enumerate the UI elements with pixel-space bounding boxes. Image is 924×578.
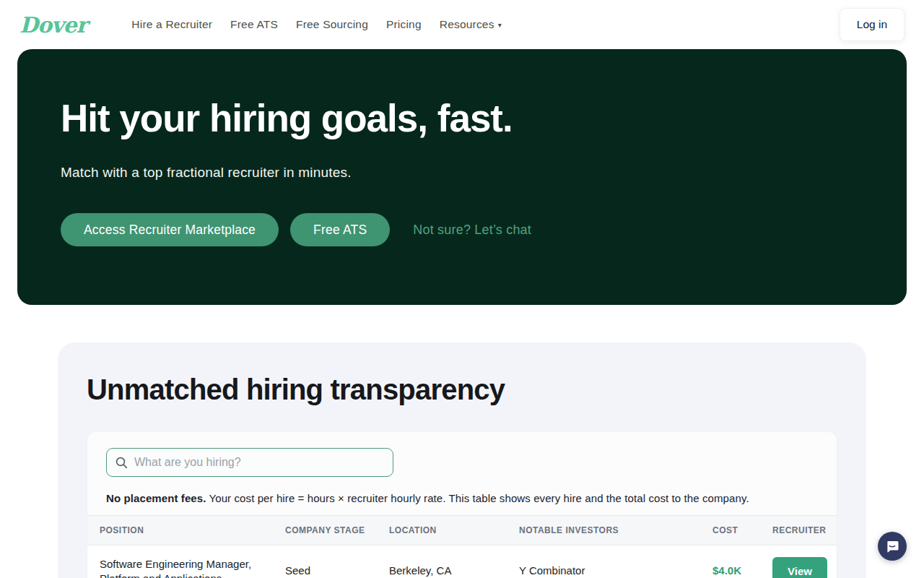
col-location: LOCATION <box>389 525 519 535</box>
table-header-row: POSITION COMPANY STAGE LOCATION NOTABLE … <box>87 515 837 545</box>
view-button[interactable]: View <box>772 557 827 578</box>
hero-section: Hit your hiring goals, fast. Match with … <box>17 49 907 305</box>
login-button[interactable]: Log in <box>840 8 905 41</box>
nav-item-pricing[interactable]: Pricing <box>386 18 422 31</box>
nav-links: Hire a Recruiter Free ATS Free Sourcing … <box>131 18 502 31</box>
table-row: Software Engineering Manager, Platform a… <box>87 545 837 578</box>
transparency-heading: Unmatched hiring transparency <box>87 374 837 406</box>
nav-item-resources-label: Resources <box>440 18 494 30</box>
transparency-section: Unmatched hiring transparency No placeme… <box>58 342 866 578</box>
cell-cost: $4.0K <box>712 557 772 578</box>
access-recruiter-marketplace-button[interactable]: Access Recruiter Marketplace <box>61 213 279 246</box>
nav-item-resources[interactable]: Resources▾ <box>440 18 502 31</box>
hiring-table-card: No placement fees. Your cost per hire = … <box>87 431 837 578</box>
hires-table: POSITION COMPANY STAGE LOCATION NOTABLE … <box>87 515 837 578</box>
note-bold: No placement fees. <box>106 492 206 504</box>
search-input[interactable] <box>134 456 384 469</box>
nav-item-free-ats[interactable]: Free ATS <box>230 18 278 31</box>
col-recruiter: RECRUITER <box>772 525 827 535</box>
cell-recruiter: View <box>772 557 827 578</box>
col-cost: COST <box>712 525 772 535</box>
cell-location: Berkeley, CA <box>389 557 519 578</box>
col-position: POSITION <box>100 525 285 535</box>
search-icon <box>116 457 128 469</box>
hiring-search-box <box>106 448 393 477</box>
top-navigation: Dover Hire a Recruiter Free ATS Free Sou… <box>0 0 924 49</box>
free-ats-button[interactable]: Free ATS <box>290 213 390 246</box>
hero-cta-row: Access Recruiter Marketplace Free ATS No… <box>61 213 863 246</box>
note-rest: Your cost per hire = hours × recruiter h… <box>206 492 749 504</box>
caret-down-icon: ▾ <box>498 21 502 29</box>
lets-chat-link[interactable]: Not sure? Let’s chat <box>413 223 531 238</box>
nav-item-hire-a-recruiter[interactable]: Hire a Recruiter <box>131 18 212 31</box>
col-notable-investors: NOTABLE INVESTORS <box>519 525 712 535</box>
cell-company-stage: Seed <box>285 557 389 578</box>
col-company-stage: COMPANY STAGE <box>285 525 389 535</box>
chat-widget-button[interactable] <box>878 532 907 561</box>
cell-notable-investors: Y Combinator <box>519 557 712 578</box>
nav-item-free-sourcing[interactable]: Free Sourcing <box>296 18 368 31</box>
hero-title: Hit your hiring goals, fast. <box>61 94 863 140</box>
hero-subtitle: Match with a top fractional recruiter in… <box>61 165 863 181</box>
dover-logo[interactable]: Dover <box>19 12 87 38</box>
cell-position: Software Engineering Manager, Platform a… <box>100 557 285 578</box>
no-placement-fees-note: No placement fees. Your cost per hire = … <box>106 492 837 504</box>
chat-bubble-icon <box>885 539 899 553</box>
